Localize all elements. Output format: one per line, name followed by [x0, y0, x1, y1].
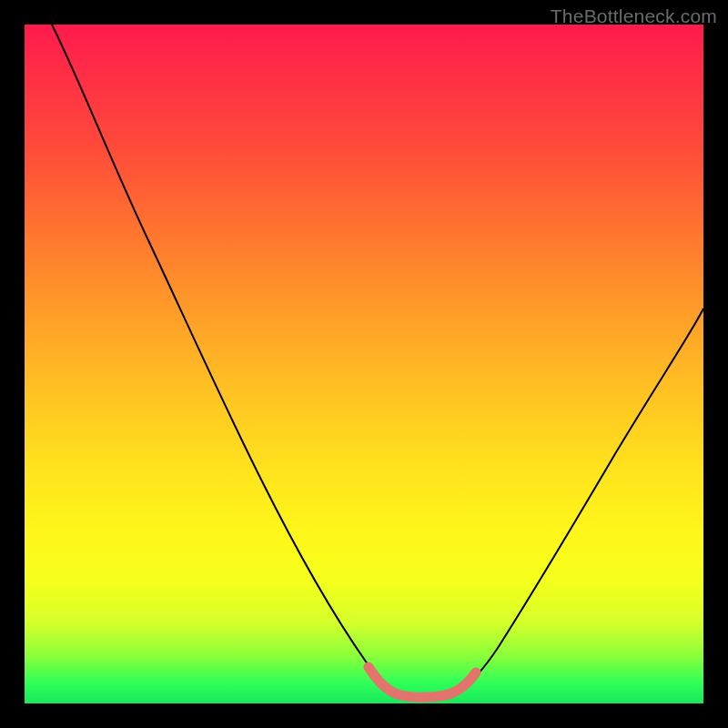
- watermark-text: TheBottleneck.com: [551, 5, 717, 27]
- main-curve: [52, 25, 703, 697]
- chart-frame: TheBottleneck.com: [0, 0, 728, 728]
- trough-highlight: [369, 667, 476, 697]
- chart-svg: [25, 25, 703, 703]
- plot-area: [25, 25, 703, 703]
